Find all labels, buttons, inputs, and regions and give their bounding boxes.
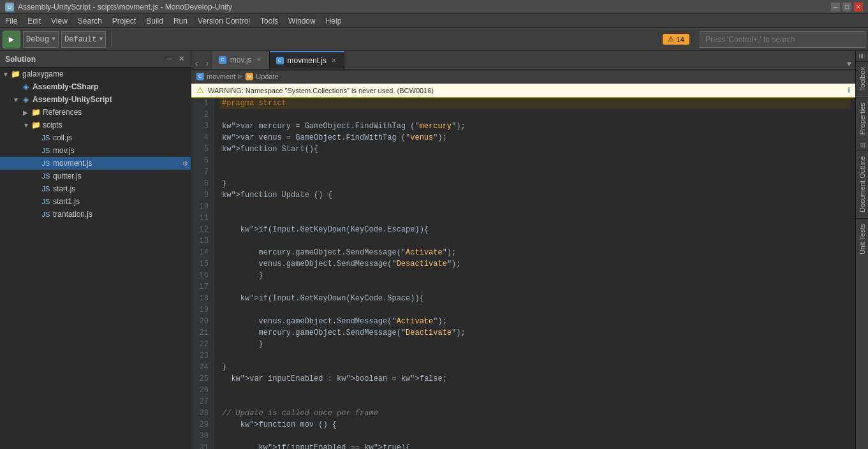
tree-item-start1js[interactable]: JSstart1.js [0, 195, 191, 208]
sidebar-minimize-icon[interactable]: ─ [165, 55, 174, 63]
line-number: 10 [194, 201, 209, 212]
tab-nav-prev[interactable]: ‹ [191, 59, 202, 69]
line-number: 15 [194, 258, 209, 270]
menu-tools[interactable]: Tools [255, 14, 283, 27]
code-line: venus.gameObject.SendMessage("Desactivat… [219, 258, 850, 270]
warning-triangle-icon: ⚠ [196, 85, 204, 95]
menu-file[interactable]: File [0, 14, 22, 27]
code-line: } [219, 362, 850, 373]
tree-item-scipts[interactable]: ▼📁scipts [0, 119, 191, 131]
menu-search[interactable]: Search [73, 14, 107, 27]
right-panel-icon2: ⊟ [856, 140, 868, 151]
tree-item-galaxygame[interactable]: ▼📁galaxygame [0, 68, 191, 80]
tab-movment.js[interactable]: Cmovment.js× [270, 51, 344, 69]
tree-expand-icon[interactable]: ▼ [13, 96, 20, 103]
code-line: kw">if(Input.GetKeyDown(KeyCode.Space)){ [219, 293, 850, 304]
line-number: 26 [194, 385, 209, 396]
line-number: 12 [194, 224, 209, 235]
menu-build[interactable]: Build [141, 14, 168, 27]
breadcrumb: C movment ▶ M Update [191, 70, 855, 84]
line-number: 29 [194, 419, 209, 431]
menu-run[interactable]: Run [168, 14, 193, 27]
tab-file-icon: C [219, 56, 226, 64]
file-tree: ▼📁galaxygame ◈Assembly-CSharp▼◈Assembly-… [0, 68, 191, 221]
code-line: // Update is called once per frame [219, 408, 850, 419]
sidebar-close-icon[interactable]: ✕ [177, 55, 186, 63]
line-number: 25 [194, 373, 209, 385]
tree-item-Assembly-CSharp[interactable]: ◈Assembly-CSharp [0, 80, 191, 93]
sidebar-header: Solution ─ ✕ [0, 51, 191, 68]
tree-item-label: quitter.js [53, 172, 82, 180]
menubar: File Edit View Search Project Build Run … [0, 14, 868, 28]
menu-edit[interactable]: Edit [22, 14, 46, 27]
line-number: 24 [194, 362, 209, 373]
tab-close-button[interactable]: × [256, 55, 263, 64]
tree-item-label: start1.js [53, 197, 80, 206]
tab-nav-next[interactable]: › [202, 59, 212, 69]
tree-item-startjs[interactable]: JSstart.js [0, 182, 191, 195]
right-tab-properties[interactable]: Properties [856, 97, 868, 140]
tree-item-movmentjs[interactable]: JSmovment.js⚙ [0, 157, 191, 170]
code-line: } [219, 270, 850, 281]
right-tab-unittests[interactable]: Unit Tests [856, 218, 868, 260]
editor-area: ‹ › Cmov.js×Cmovment.js× ▼ C movment ▶ M… [191, 51, 855, 449]
platform-label: Default [64, 35, 96, 44]
tree-file-icon: JS [41, 133, 51, 143]
right-tab-outline[interactable]: Document Outline [856, 151, 868, 217]
tree-file-icon: ◈ [20, 94, 31, 105]
line-number: 23 [194, 350, 209, 362]
tab-mov.js[interactable]: Cmov.js× [212, 51, 270, 69]
platform-dropdown[interactable]: Default ▼ [61, 31, 106, 48]
warning-info-icon[interactable]: ℹ [848, 86, 850, 94]
tree-expand-icon[interactable]: ▼ [23, 122, 31, 129]
code-line [219, 304, 850, 316]
sidebar-header-icons: ─ ✕ [165, 55, 186, 63]
tree-file-icon: JS [41, 196, 51, 207]
tab-label: movment.js [288, 56, 327, 65]
line-number: 7 [194, 166, 209, 178]
code-editor[interactable]: 1234567891011121314151617181920212223242… [191, 98, 855, 449]
tabs-dropdown-button[interactable]: ▼ [843, 60, 855, 69]
toolbar-separator [111, 32, 112, 47]
line-number: 31 [194, 442, 209, 449]
global-search-box[interactable]: Press 'Control+,' to search [700, 31, 865, 48]
tree-file-icon: 📁 [31, 107, 41, 117]
tab-close-button[interactable]: × [330, 56, 337, 65]
gear-icon[interactable]: ⚙ [182, 160, 188, 167]
tree-item-quitterjs[interactable]: JSquitter.js [0, 170, 191, 182]
tree-expand-icon[interactable]: ▼ [3, 71, 10, 78]
warning-count: 14 [677, 36, 684, 43]
code-line [219, 235, 850, 247]
tree-item-colljs[interactable]: JScoll.js [0, 131, 191, 144]
tree-item-trantationjs[interactable]: JStrantation.js [0, 208, 191, 221]
maximize-button[interactable]: □ [842, 3, 851, 11]
tree-expand-icon[interactable]: ▶ [23, 109, 31, 116]
menu-help[interactable]: Help [321, 14, 347, 27]
tree-item-movjs[interactable]: JSmov.js [0, 144, 191, 157]
warning-badge[interactable]: ⚠ 14 [663, 34, 689, 45]
code-line [219, 212, 850, 224]
line-number: 4 [194, 132, 209, 144]
code-line: } [219, 178, 850, 189]
code-line [219, 350, 850, 362]
right-tab-toolbox[interactable]: Toolbox [856, 61, 868, 96]
run-button[interactable]: ▶ [3, 31, 20, 48]
minimize-button[interactable]: ─ [831, 3, 840, 11]
tree-item-References[interactable]: ▶📁References [0, 106, 191, 119]
tree-file-icon: JS [41, 209, 51, 219]
close-button[interactable]: ✕ [854, 3, 863, 11]
titlebar: U Assembly-UnityScript - scipts\movment.… [0, 0, 868, 14]
menu-window[interactable]: Window [283, 14, 321, 27]
menu-view[interactable]: View [46, 14, 73, 27]
menu-project[interactable]: Project [107, 14, 141, 27]
line-number: 22 [194, 339, 209, 350]
menu-vcs[interactable]: Version Control [193, 14, 255, 27]
code-line: kw">function Start(){ [219, 144, 850, 155]
tree-item-Assembly-UnityScript[interactable]: ▼◈Assembly-UnityScript [0, 93, 191, 106]
config-dropdown[interactable]: Debug ▼ [23, 31, 59, 48]
right-panel-icon1: ≡ [856, 51, 868, 61]
code-line: kw">function Update () { [219, 189, 850, 201]
line-number: 20 [194, 316, 209, 327]
code-line: #pragma strict [219, 98, 850, 109]
line-number: 5 [194, 144, 209, 155]
